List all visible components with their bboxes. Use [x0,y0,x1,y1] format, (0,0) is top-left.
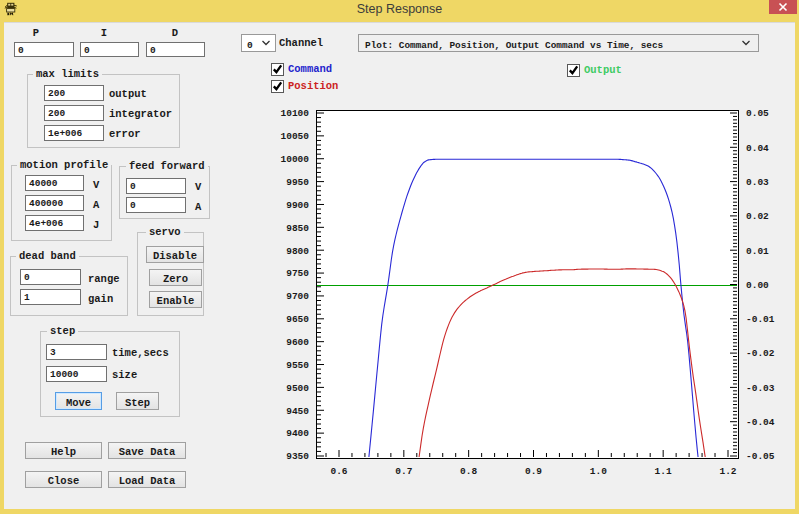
svg-text:9800: 9800 [286,246,309,257]
svg-text:9500: 9500 [286,383,309,394]
svg-text:9850: 9850 [286,223,309,234]
svg-text:10050: 10050 [280,131,309,142]
svg-text:0.6: 0.6 [330,466,347,477]
svg-text:1.1: 1.1 [655,466,672,477]
svg-text:0.00: 0.00 [746,280,769,291]
svg-text:9550: 9550 [286,360,309,371]
svg-text:9700: 9700 [286,291,309,302]
svg-text:-0.03: -0.03 [746,383,775,394]
svg-text:-0.02: -0.02 [746,348,775,359]
svg-text:9650: 9650 [286,314,309,325]
svg-text:9900: 9900 [286,200,309,211]
svg-text:9450: 9450 [286,406,309,417]
svg-text:1.2: 1.2 [719,466,736,477]
svg-text:-0.01: -0.01 [746,314,775,325]
svg-text:0.8: 0.8 [460,466,477,477]
svg-text:0.01: 0.01 [746,246,769,257]
svg-text:9950: 9950 [286,177,309,188]
svg-text:9400: 9400 [286,428,309,439]
svg-text:9350: 9350 [286,451,309,462]
svg-text:10000: 10000 [280,154,309,165]
svg-text:10100: 10100 [280,108,309,119]
svg-text:0.7: 0.7 [395,466,412,477]
svg-text:0.03: 0.03 [746,177,769,188]
svg-text:0.02: 0.02 [746,211,769,222]
svg-text:0.9: 0.9 [525,466,542,477]
svg-text:0.05: 0.05 [746,108,769,119]
svg-text:0.04: 0.04 [746,143,769,154]
svg-text:-0.05: -0.05 [746,451,775,462]
svg-text:9600: 9600 [286,337,309,348]
svg-text:1.0: 1.0 [590,466,607,477]
svg-text:-0.04: -0.04 [746,417,775,428]
svg-text:9750: 9750 [286,268,309,279]
